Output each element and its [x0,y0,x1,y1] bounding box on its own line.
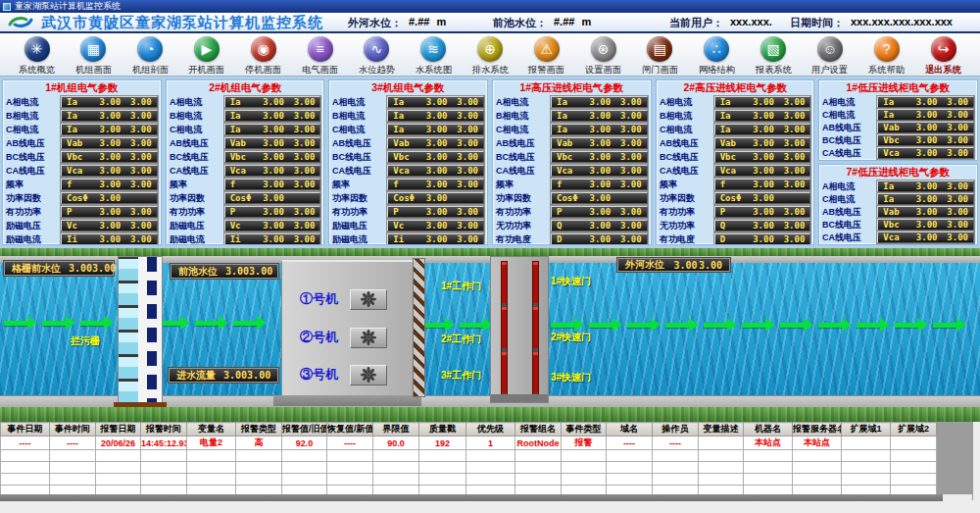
value-current: 3.00 [748,97,780,107]
toolbar-item-water-system[interactable]: ≋水系统图 [407,35,461,76]
value-current: 3.00 [748,221,780,231]
alarm-column-header[interactable]: 报警日期 [96,423,141,436]
alarm-column-header[interactable]: 扩展域2 [891,423,937,436]
alarm-column-header[interactable]: 报警组名 [515,423,562,436]
value-current: 3.00 [910,194,943,204]
scada-main-window: 童家湖泵站计算机监控系统 武汉市黄陂区童家湖泵站计算机监控系统 外河水位： #.… [0,0,980,513]
value-current: 3.00 [258,125,290,134]
toolbar-item-drainage-system[interactable]: ⊕排水系统 [464,35,517,76]
alarm-column-header[interactable]: 域名 [607,423,653,436]
value-readout: CosΦ3.00 [387,192,484,204]
value-readout: Ia3.003.00 [551,124,648,135]
pump-3-fan-icon [350,365,387,385]
value-current: 3.00 [420,193,453,203]
alarm-column-header[interactable]: 事件时间 [50,423,96,436]
empty-cell [141,474,187,486]
alarm-column-header[interactable]: 报警值/旧值 [282,423,327,436]
fast-gate-bars-right [532,261,539,396]
value-current: 3.00 [584,111,616,121]
toolbar-item-water-level-trend[interactable]: ∿水位趋势 [350,35,404,76]
alarm-column-header[interactable]: 变量描述 [699,423,744,436]
toolbar-item-unit-section[interactable]: ◔机组剖面 [123,35,177,76]
alarm-column-header[interactable]: 机器名 [744,423,793,436]
parameter-row: 频率f3.003.00 [660,178,811,191]
alarm-table-scrollbar[interactable] [0,494,943,501]
value-current: 3.00 [94,97,126,107]
value-secondary: 3.00 [126,221,152,231]
toolbar-item-exit-system[interactable]: ↪退出系统 [916,35,970,76]
value-secondary: 3.00 [289,180,315,189]
parameter-label: 频率 [6,179,55,191]
parameter-label: B相电流 [496,110,545,123]
alarm-column-header[interactable]: 恢复值/新值 [327,423,373,436]
alarm-column-header[interactable]: 报警时间 [141,423,187,436]
toolbar-item-shutdown-screen[interactable]: ◉停机画面 [236,35,290,76]
alarm-column-header[interactable]: 质量戳 [419,423,466,436]
alarm-column-header[interactable]: 报警类型 [236,423,282,436]
parameter-row: BC线电压Vbc3.003.00 [822,218,974,231]
toolbar-item-system-overview[interactable]: ✳系统概览 [10,35,64,76]
alarm-cell: 14:45:12.931 [141,436,187,450]
alarm-column-header[interactable]: 操作员 [653,423,699,436]
electrical-panel-6: 1#低压进线柜电气参数A相电流Ia3.003.00C相电流Ia3.003.00A… [818,79,978,161]
empty-cell [96,462,141,474]
flow-arrow-icon [780,323,804,328]
tag-name: P [393,207,420,217]
tag-name: Q [557,221,584,231]
toolbar-item-unit-screen[interactable]: ▦机组画面 [67,35,121,76]
empty-cell [187,462,236,474]
tag-name: Ia [67,97,94,107]
alarm-column-header[interactable]: 扩展域1 [842,423,891,436]
alarm-table-header-row: 事件日期事件时间报警日期报警时间变量名报警类型报警值/旧值恢复值/新值界限值质量… [1,423,937,436]
value-readout: Ia3.003.00 [714,124,811,135]
parameter-row: AB线电压Vab3.003.00 [496,136,648,150]
empty-cell [607,450,653,462]
value-current: 3.00 [584,138,616,148]
empty-cell [515,450,562,462]
value-readout: f3.003.00 [224,179,321,190]
toolbar-item-report-system[interactable]: ▧报表系统 [747,35,801,76]
value-current: 3.00 [748,166,780,176]
tag-name: Ia [67,111,94,121]
alarm-column-header[interactable]: 界限值 [373,423,419,436]
empty-cell [562,462,607,474]
alarm-column-header[interactable]: 报警服务器名 [793,423,842,436]
alarm-column-header[interactable]: 事件类型 [562,423,607,436]
toolbar-item-system-help[interactable]: ?系统帮助 [859,35,913,76]
toolbar-item-startup-screen[interactable]: ▶开机画面 [179,35,233,76]
alarm-column-header[interactable]: 变量名 [187,423,236,436]
toolbar-item-user-settings[interactable]: ☺用户设置 [803,35,857,76]
parameter-row: C相电流Ia3.003.00 [6,123,158,136]
alarm-row[interactable]: --------20/06/2614:45:12.931电量2高92.0----… [1,436,937,450]
empty-cell [793,450,842,462]
grating-water-level-value1: 3.00 [69,263,92,274]
pump-3[interactable]: ③号机 [282,363,415,386]
empty-cell [744,474,793,486]
toolbar-item-alarm-screen[interactable]: ⚠报警画面 [519,35,573,76]
alarm-column-header[interactable]: 优先级 [466,423,515,436]
tag-name: Vca [393,166,420,176]
parameter-label: C相电流 [332,124,381,136]
flow-arrow-icon [665,323,689,328]
toolbar-item-settings-screen[interactable]: ⊛设置画面 [576,35,630,76]
tag-name: Ii [393,234,420,244]
alarm-column-header[interactable]: 事件日期 [1,423,50,436]
river-level-value: #.## [409,16,429,30]
toolbar-item-network-structure[interactable]: ∴网络结构 [690,35,744,76]
empty-cell [282,462,327,474]
pump-2[interactable]: ②号机 [282,326,415,349]
value-readout: Ia3.003.00 [877,109,974,121]
tag-name: Vab [883,123,910,132]
work-gate-1-label: 1#工作门 [441,280,481,293]
value-current: 3.00 [94,221,126,231]
value-readout: Vbc3.003.00 [877,134,974,146]
pump-1[interactable]: ①号机 [282,287,415,311]
toolbar-item-electrical-screen[interactable]: ≡电气画面 [293,35,347,76]
value-readout: Q3.003.00 [551,220,648,231]
parameter-row: 功率因数CosΦ3.00 [6,191,158,205]
value-secondary: 3.00 [779,97,805,107]
value-secondary: 3.00 [779,221,805,231]
value-secondary: 3.00 [779,207,805,217]
toolbar-item-gate-screen[interactable]: ▤闸门画面 [633,35,687,76]
parameter-row: CA线电压Vca3.003.00 [6,164,158,178]
